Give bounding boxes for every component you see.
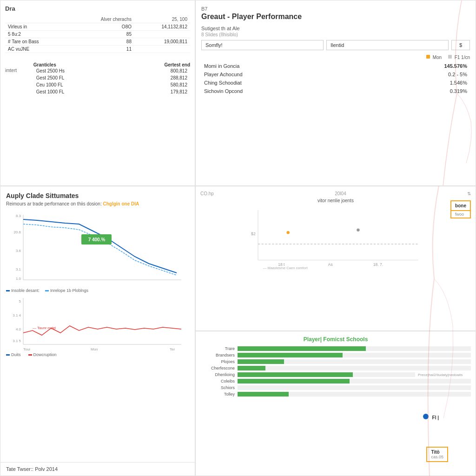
table-row: Virleus in O8O 14,1132,812	[5, 23, 190, 31]
top-right-panel: B7 Greaut - Player Performance Sutigest …	[195, 0, 476, 186]
perf-val: 0.2 - 5%	[364, 70, 470, 79]
tito-sublabel: cas.05	[431, 455, 443, 459]
bar-row: Cherfescone	[200, 366, 471, 370]
sub-label: Ceu 1000 FL	[33, 81, 123, 88]
perf-val: 1.546%	[364, 79, 470, 87]
bar-bg	[238, 366, 471, 370]
bar-label: Coleibs	[200, 379, 238, 383]
bar-bg	[238, 353, 471, 357]
footer-text: Tate Twser:: Polv 2014	[6, 466, 58, 472]
bar-fill	[238, 359, 284, 364]
bar-label: Brandsers	[200, 353, 238, 357]
sub-table-row: Gest 1000 FL 179,812	[33, 88, 190, 95]
bone-card: bone fwoo	[450, 200, 471, 218]
bar-bg	[238, 379, 471, 383]
bar-row: Dhenlioing Prece|hal2/Iludaty|nedoaits	[200, 372, 471, 377]
sub-col1: Granticles	[33, 62, 123, 67]
b7-label: B7	[201, 6, 470, 12]
bar-bg	[238, 359, 471, 364]
perf-val: 145.576%	[364, 62, 470, 70]
bar-label: Trare	[200, 346, 238, 351]
sub-table-row: Gest 2500 FL 288,812	[33, 74, 190, 81]
svg-point-23	[357, 229, 359, 231]
svg-text:— Taunr rodel: — Taunr rodel	[33, 326, 56, 330]
bar-bg	[238, 385, 471, 390]
svg-text:3.1: 3.1	[16, 267, 21, 271]
bar-row: Brandsers	[200, 353, 471, 357]
svg-text:20.6: 20.6	[13, 230, 21, 234]
perf-val: 0.319%	[364, 87, 470, 95]
perf-label: Ching Schoodiat	[201, 79, 364, 87]
bottom-legend: Duits Dowcruption	[6, 352, 189, 357]
perf-label: Sichovin Opcond	[201, 87, 364, 95]
line-chart-svg: 8.3 20.6 3.6 3.1 1.0 7 400.%	[6, 210, 189, 284]
legend-label-1: Insoble desant:	[11, 288, 40, 293]
svg-point-22	[286, 231, 289, 234]
bar-row: Coleibs	[200, 379, 471, 383]
svg-text:4.0: 4.0	[16, 327, 21, 331]
svg-text:7 400.%: 7 400.%	[88, 237, 106, 242]
bar-fill	[238, 379, 350, 383]
svg-text:3.1 4: 3.1 4	[13, 313, 21, 317]
bar-label: Schiors	[200, 385, 238, 390]
bone-label: bone	[450, 200, 471, 211]
col-empty	[5, 16, 70, 23]
sub-label: Gest 2500 Hs	[33, 67, 123, 74]
duits-dot	[6, 354, 10, 356]
table-row: 5 8u:2 85	[5, 31, 190, 38]
row-val1: 85	[70, 31, 134, 38]
scatter-sort-icon[interactable]: ⇅	[467, 191, 471, 196]
svg-text:$2: $2	[251, 231, 256, 236]
chart-legend: Insoble desant: Inrelope 1b Ploblngs	[6, 288, 189, 293]
perf-row: Player Achocund 0.2 - 5%	[201, 70, 470, 79]
scatter-chart-svg: $2 18 t As 18. 7. --- Maastesme Caen com…	[200, 205, 471, 270]
ilentid-input[interactable]	[326, 40, 449, 50]
tito-card: Titö cas.05	[426, 447, 448, 462]
sub-val: 800,812	[122, 67, 190, 74]
tito-label: Titö	[431, 450, 443, 455]
legend-item-1: Insoble desant:	[6, 288, 40, 293]
fi-label: F1 1/cn	[455, 55, 470, 60]
legend-item-2: Inrelope 1b Ploblngs	[45, 288, 88, 293]
main-container: Dra Alver cherachs 25, 100 Virleus in O8…	[0, 0, 476, 476]
sub-val: 179,812	[122, 88, 190, 95]
input-row: $	[201, 40, 470, 50]
svg-text:5: 5	[19, 299, 21, 304]
secondary-chart-area: 5 3.1 4 4.0 3.1 5 Toui Mon Ter — Taunr r…	[6, 296, 189, 351]
col-headers: Mon F1 1/cn	[201, 55, 470, 60]
perf-row: Sichovin Opcond 0.319%	[201, 87, 470, 95]
perf-row: Momi in Goncia 145.576%	[201, 62, 470, 70]
bar-row: Tolley	[200, 392, 471, 397]
bottom-right-panels: CO.hp 20l04 ⇅ vitor nenlie joents $2 18 …	[195, 186, 476, 476]
sub-data-table: Granticles Gertest end Gest 2500 Hs 800,…	[33, 62, 190, 95]
suggest-label: Sutigest th at Ale	[201, 26, 470, 31]
scatter-header: CO.hp 20l04 ⇅	[200, 191, 471, 196]
sub-val: 288,812	[122, 74, 190, 81]
table-row: AC vuJNE 11	[5, 46, 190, 53]
sub-table-row: Ceu 1000 FL 580,812	[33, 81, 190, 88]
bar-label: Dhenlioing	[200, 372, 238, 377]
bar-row: Trare	[200, 346, 471, 351]
performance-table: Momi in Goncia 145.576% Player Achocund …	[201, 62, 470, 95]
row-label: AC vuJNE	[5, 46, 70, 53]
scatter-left-label: CO.hp	[200, 191, 214, 196]
mon-dot	[426, 55, 430, 59]
svg-text:18. 7.: 18. 7.	[373, 262, 383, 267]
fwoo-label: fwoo	[450, 211, 471, 218]
bar-label: Tolley	[200, 392, 238, 397]
legend-duits: Duits	[6, 352, 21, 357]
sub-val: 580,812	[122, 81, 190, 88]
svg-text:3.6: 3.6	[16, 249, 21, 253]
dowcruption-dot	[28, 354, 32, 356]
bar-note: Prece|hal2/Iludaty|nedoaits	[415, 373, 471, 377]
row-val1: 88	[70, 38, 134, 46]
footer-panel: Tate Twser:: Polv 2014	[0, 462, 195, 476]
scatter-title: vitor nenlie joents	[200, 198, 471, 203]
svg-text:Mon: Mon	[91, 347, 98, 351]
svg-text:8.3: 8.3	[16, 214, 21, 218]
highlight-text: Chglgin one DIA	[103, 201, 139, 206]
subtitle-text: Reimours ar trade perfornance on thiis d…	[6, 201, 102, 206]
col-alver: Alver cherachs	[70, 16, 134, 23]
row-label: Virleus in	[5, 23, 70, 31]
somfly-input[interactable]	[201, 40, 324, 50]
